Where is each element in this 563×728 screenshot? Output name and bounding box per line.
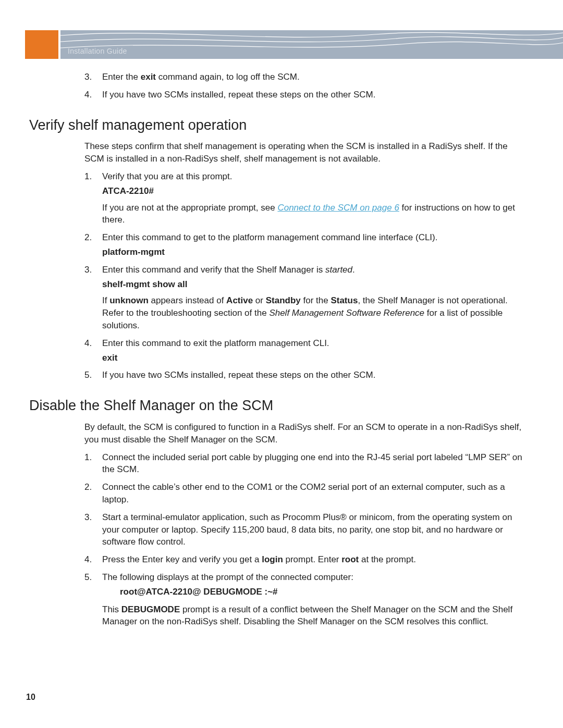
verify-step-5: 5. If you have two SCMs installed, repea…: [84, 369, 524, 381]
page-header: Installation Guide: [25, 30, 563, 59]
guide-label: Installation Guide: [68, 46, 127, 57]
prompt-text: ATCA-2210#: [102, 185, 524, 198]
step-number: 2.: [84, 481, 92, 493]
command-text: shelf-mgmt show all: [102, 278, 524, 291]
section-intro: These steps confirm that shelf managemen…: [84, 140, 524, 165]
step-text: Start a terminal-emulator application, s…: [102, 512, 512, 547]
step-number: 5.: [84, 571, 92, 584]
step-number: 1.: [84, 170, 92, 183]
step-3: 3. Enter the exit command again, to log …: [84, 71, 524, 83]
step-number: 3.: [84, 511, 92, 524]
disable-step-3: 3. Start a terminal-emulator application…: [84, 511, 524, 548]
step-number: 5.: [84, 369, 92, 381]
page-number: 10: [26, 692, 35, 703]
step-text: Press the Enter key and verify you get a…: [102, 554, 416, 564]
step-number: 4.: [84, 89, 92, 101]
page: Installation Guide 3. Enter the exit com…: [0, 0, 563, 728]
heading-disable-shelf: Disable the Shelf Manager on the SCM: [29, 396, 524, 416]
verify-steps: 1. Verify that you are at this prompt. A…: [84, 170, 524, 381]
verify-step-3: 3. Enter this command and verify that th…: [84, 264, 524, 332]
step-number: 4.: [84, 337, 92, 350]
disable-step-5: 5. The following displays at the prompt …: [84, 571, 524, 628]
step-text: Verify that you are at this prompt.: [102, 171, 232, 181]
command-text: platform-mgmt: [102, 246, 524, 258]
disable-step-2: 2. Connect the cable’s other end to the …: [84, 481, 524, 506]
step-note: This DEBUGMODE prompt is a result of a c…: [102, 603, 524, 628]
step-note: If unknown appears instead of Active or …: [102, 294, 524, 331]
heading-verify-shelf: Verify shelf management operation: [29, 116, 524, 135]
disable-step-4: 4. Press the Enter key and verify you ge…: [84, 553, 524, 566]
step-text: Enter this command to exit the platform …: [102, 338, 329, 348]
brand-block: [25, 30, 58, 59]
verify-step-4: 4. Enter this command to exit the platfo…: [84, 337, 524, 364]
step-number: 3.: [84, 264, 92, 276]
step-number: 2.: [84, 231, 92, 244]
page-content: 3. Enter the exit command again, to log …: [29, 69, 524, 633]
verify-step-2: 2. Enter this command to get to the plat…: [84, 231, 524, 258]
prompt-text: root@ATCA-2210@ DEBUGMODE :~#: [120, 586, 524, 598]
step-text: Enter this command to get to the platfor…: [102, 232, 437, 242]
step-text: Enter this command and verify that the S…: [102, 265, 355, 275]
step-number: 3.: [84, 71, 92, 83]
step-text: Connect the included serial port cable b…: [102, 452, 522, 475]
top-steps: 3. Enter the exit command again, to log …: [84, 71, 524, 101]
disable-steps: 1. Connect the included serial port cabl…: [84, 451, 524, 628]
disable-step-1: 1. Connect the included serial port cabl…: [84, 451, 524, 476]
section-intro: By default, the SCM is configured to fun…: [84, 421, 524, 446]
command-text: exit: [102, 352, 524, 364]
banner-waves-icon: [60, 30, 563, 59]
verify-step-1: 1. Verify that you are at this prompt. A…: [84, 170, 524, 226]
step-text: If you have two SCMs installed, repeat t…: [102, 90, 375, 100]
step-number: 1.: [84, 451, 92, 464]
step-text: The following displays at the prompt of …: [102, 572, 353, 582]
step-text: If you have two SCMs installed, repeat t…: [102, 370, 375, 380]
step-note: If you are not at the appropriate prompt…: [102, 202, 524, 227]
step-number: 4.: [84, 553, 92, 566]
step-4: 4. If you have two SCMs installed, repea…: [84, 89, 524, 101]
header-banner: Installation Guide: [60, 30, 563, 59]
step-text: Enter the exit command again, to log off…: [102, 72, 300, 82]
connect-scm-link[interactable]: Connect to the SCM on page 6: [277, 203, 399, 213]
step-text: Connect the cable’s other end to the COM…: [102, 482, 505, 504]
